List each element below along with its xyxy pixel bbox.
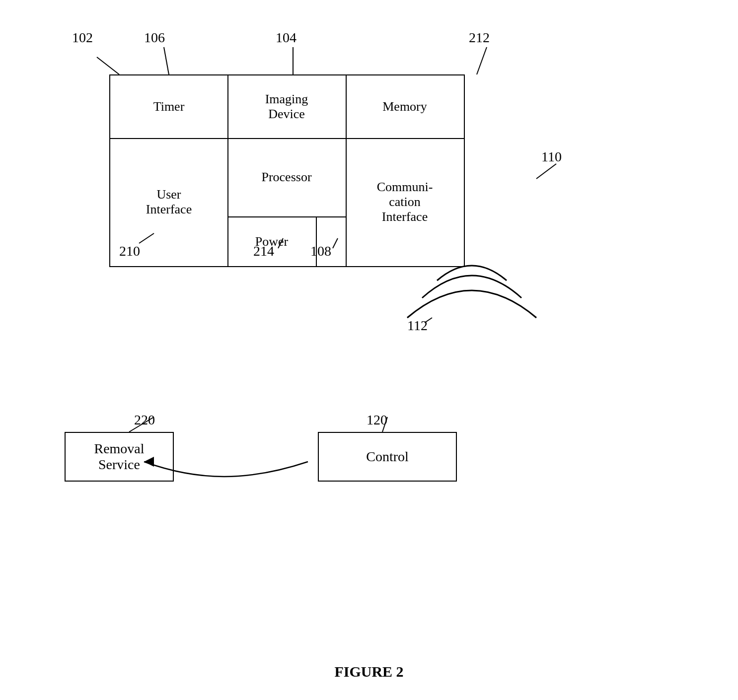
ref-120: 120 [367, 412, 387, 428]
figure-caption: FIGURE 2 [334, 663, 403, 680]
svg-line-0 [97, 57, 119, 74]
ref-106: 106 [144, 30, 165, 46]
processor-block: Processor [227, 138, 346, 217]
memory-block: Memory [346, 74, 465, 139]
svg-line-3 [477, 47, 487, 74]
ref-212: 212 [469, 30, 490, 46]
communication-interface-block: Communi-cationInterface [346, 138, 465, 267]
middle-stack: Processor Power [227, 138, 347, 267]
ref-112: 112 [407, 318, 428, 334]
timer-block: Timer [109, 74, 228, 139]
user-interface-block: UserInterface [109, 138, 228, 267]
control-block: Control [318, 432, 457, 482]
svg-line-1 [164, 47, 169, 74]
ref-102: 102 [72, 30, 93, 46]
ref-104: 104 [276, 30, 296, 46]
removal-service-block: RemovalService [65, 432, 174, 482]
ref-220: 220 [134, 412, 155, 428]
imaging-device-block: ImagingDevice [227, 74, 347, 139]
ref-110: 110 [541, 149, 562, 165]
svg-line-4 [536, 164, 556, 179]
power-block: Power [227, 217, 317, 267]
